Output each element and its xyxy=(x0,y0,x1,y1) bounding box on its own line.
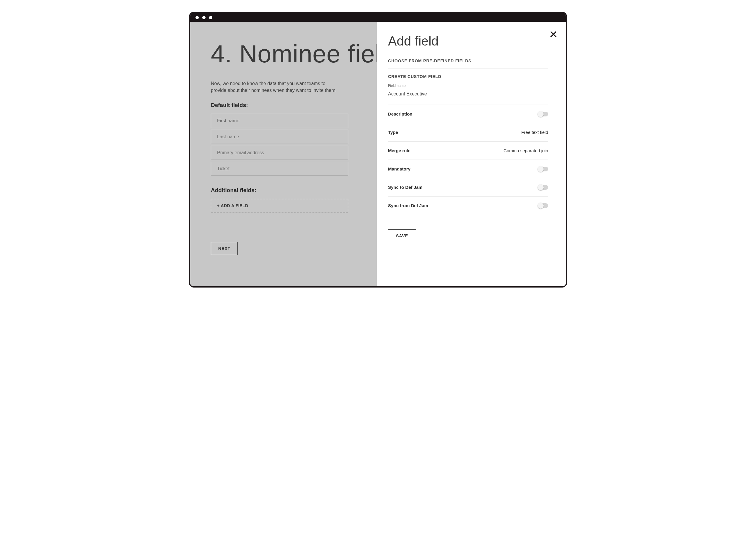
type-row[interactable]: Type Free text field xyxy=(388,123,548,141)
next-button[interactable]: NEXT xyxy=(211,242,238,255)
sync-from-toggle[interactable] xyxy=(538,203,548,208)
close-icon[interactable] xyxy=(549,30,558,38)
field-last-name[interactable]: Last name xyxy=(211,130,348,144)
predefined-fields-heading[interactable]: CHOOSE FROM PRE-DEFINED FIELDS xyxy=(388,58,548,68)
type-value: Free text field xyxy=(521,130,548,135)
mandatory-label: Mandatory xyxy=(388,166,410,171)
field-primary-email[interactable]: Primary email address xyxy=(211,146,348,160)
content-area: 4. Nominee fields Now, we need to know t… xyxy=(190,22,566,286)
default-fields-list: First name Last name Primary email addre… xyxy=(211,114,348,176)
toggle-knob-icon xyxy=(538,166,544,172)
field-ticket[interactable]: Ticket xyxy=(211,162,348,176)
panel-title: Add field xyxy=(388,34,548,48)
window-dot-icon[interactable] xyxy=(195,16,199,19)
sync-from-label: Sync from Def Jam xyxy=(388,203,428,208)
description-toggle[interactable] xyxy=(538,112,548,116)
mandatory-row: Mandatory xyxy=(388,160,548,178)
toggle-knob-icon xyxy=(538,184,544,190)
sync-from-row: Sync from Def Jam xyxy=(388,196,548,215)
mandatory-toggle[interactable] xyxy=(538,167,548,171)
window-dot-icon[interactable] xyxy=(209,16,212,19)
window-dot-icon[interactable] xyxy=(202,16,206,19)
field-first-name[interactable]: First name xyxy=(211,114,348,128)
field-name-input[interactable] xyxy=(388,89,477,99)
sync-to-label: Sync to Def Jam xyxy=(388,185,423,190)
add-field-panel: Add field CHOOSE FROM PRE-DEFINED FIELDS… xyxy=(377,22,566,286)
merge-rule-value: Comma separated join xyxy=(504,148,548,153)
type-label: Type xyxy=(388,130,398,135)
window-title-bar xyxy=(190,13,566,22)
merge-rule-label: Merge rule xyxy=(388,148,410,153)
save-button[interactable]: SAVE xyxy=(388,229,416,242)
description-row: Description xyxy=(388,105,548,123)
merge-rule-row[interactable]: Merge rule Comma separated join xyxy=(388,141,548,160)
page-intro: Now, we need to know the data that you w… xyxy=(211,80,341,94)
toggle-knob-icon xyxy=(538,111,544,117)
toggle-knob-icon xyxy=(538,203,544,209)
app-window: 4. Nominee fields Now, we need to know t… xyxy=(189,12,567,287)
description-label: Description xyxy=(388,111,412,116)
sync-to-row: Sync to Def Jam xyxy=(388,178,548,196)
add-a-field-button[interactable]: + ADD A FIELD xyxy=(211,199,348,213)
sync-to-toggle[interactable] xyxy=(538,185,548,190)
field-name-label: Field name xyxy=(388,84,548,88)
create-custom-field-heading: CREATE CUSTOM FIELD xyxy=(388,69,548,84)
